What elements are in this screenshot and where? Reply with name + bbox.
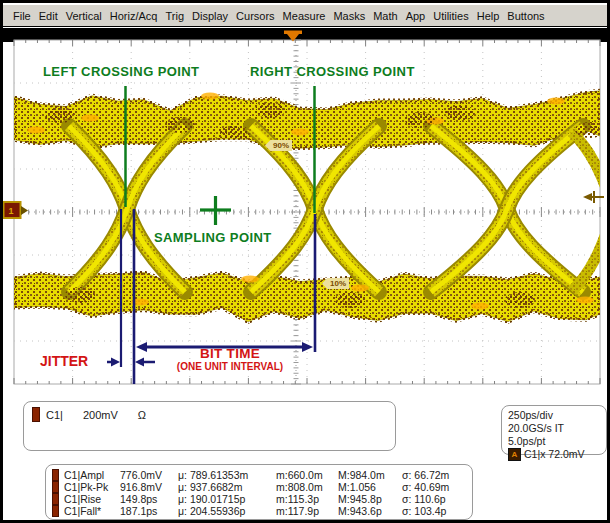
channel1-color-swatch-icon bbox=[52, 481, 59, 493]
meas-mean: μ: 190.01715p bbox=[178, 493, 276, 505]
channel1-reference-marker-label: 1 bbox=[9, 206, 14, 216]
meas-max: M:943.6p bbox=[338, 505, 402, 517]
meas-value: 149.8ps bbox=[120, 493, 178, 505]
meas-mean: μ: 204.55936p bbox=[178, 505, 276, 517]
meas-value: 187.1ps bbox=[120, 505, 178, 517]
left-crossing-point-label: LEFT CROSSING POINT bbox=[43, 64, 199, 79]
bit-time-sub-label: (ONE UNIT INTERVAL) bbox=[160, 361, 300, 372]
meas-max: M:945.8p bbox=[338, 493, 402, 505]
meas-min: m:660.0m bbox=[276, 469, 338, 481]
meas-max: M:1.056 bbox=[338, 481, 402, 493]
measurement-row[interactable]: C1|Ampl 776.0mV μ: 789.61353m m:660.0m M… bbox=[52, 469, 466, 481]
trigger-position-marker-icon[interactable] bbox=[284, 31, 302, 35]
measurement-readout-box: C1|Ampl 776.0mV μ: 789.61353m m:660.0m M… bbox=[45, 464, 473, 520]
bit-time-label-group: BIT TIME (ONE UNIT INTERVAL) bbox=[160, 346, 300, 372]
meas-mean: μ: 937.6682m bbox=[178, 481, 276, 493]
meas-min: m:808.0m bbox=[276, 481, 338, 493]
meas-min: m:115.3p bbox=[276, 493, 338, 505]
timebase-readout[interactable]: 250ps/div bbox=[508, 409, 600, 422]
channel1-color-swatch-icon bbox=[32, 407, 40, 422]
jitter-label: JITTER bbox=[40, 353, 88, 369]
meas-max: M:984.0m bbox=[338, 469, 402, 481]
channel1-color-swatch-icon bbox=[52, 469, 59, 481]
trigger-source-readout[interactable]: C1|x 72.0mV bbox=[524, 448, 585, 461]
channel1-color-swatch-icon bbox=[52, 493, 59, 505]
auto-trigger-icon: A bbox=[508, 448, 521, 461]
meas-stddev: σ: 40.69m bbox=[402, 481, 468, 493]
channel1-termination[interactable]: Ω bbox=[138, 409, 146, 421]
meas-value: 776.0mV bbox=[120, 469, 178, 481]
meas-value: 916.8mV bbox=[120, 481, 178, 493]
sample-rate-readout: 20.0GS/s IT 5.0ps/pt bbox=[508, 422, 600, 448]
measurement-row[interactable]: C1|Pk-Pk 916.8mV μ: 937.6682m m:808.0m M… bbox=[52, 481, 466, 493]
level-90-flag: 90% bbox=[265, 140, 292, 151]
horizontal-trigger-readout-box[interactable]: 250ps/div 20.0GS/s IT 5.0ps/pt A C1|x 72… bbox=[501, 405, 607, 455]
measurement-row[interactable]: C1|Rise 149.8ps μ: 190.01715p m:115.3p M… bbox=[52, 493, 466, 505]
level-10-flag: 10% bbox=[322, 278, 349, 289]
measurement-row[interactable]: C1|Fall* 187.1ps μ: 204.55936p m:117.9p … bbox=[52, 505, 466, 517]
meas-source: C1|Pk-Pk bbox=[64, 481, 120, 493]
meas-source: C1|Ampl bbox=[64, 469, 120, 481]
meas-stddev: σ: 103.4p bbox=[402, 505, 468, 517]
channel1-label: C1| bbox=[46, 409, 63, 421]
sampling-point-label: SAMPLING POINT bbox=[154, 230, 272, 245]
channel1-readout-box[interactable]: C1| 200mV Ω bbox=[23, 401, 396, 451]
meas-stddev: σ: 66.72m bbox=[402, 469, 468, 481]
meas-min: m:117.9p bbox=[276, 505, 338, 517]
bit-time-label: BIT TIME bbox=[160, 346, 300, 361]
right-crossing-point-label: RIGHT CROSSING POINT bbox=[250, 64, 415, 79]
meas-stddev: σ: 110.6p bbox=[402, 493, 468, 505]
meas-source: C1|Rise bbox=[64, 493, 120, 505]
oscilloscope-window: File Edit Vertical Horiz/Acq Trig Displa… bbox=[0, 0, 610, 523]
channel1-color-swatch-icon bbox=[52, 505, 59, 517]
meas-source: C1|Fall* bbox=[64, 505, 120, 517]
channel1-scale[interactable]: 200mV bbox=[83, 409, 118, 421]
meas-mean: μ: 789.61353m bbox=[178, 469, 276, 481]
